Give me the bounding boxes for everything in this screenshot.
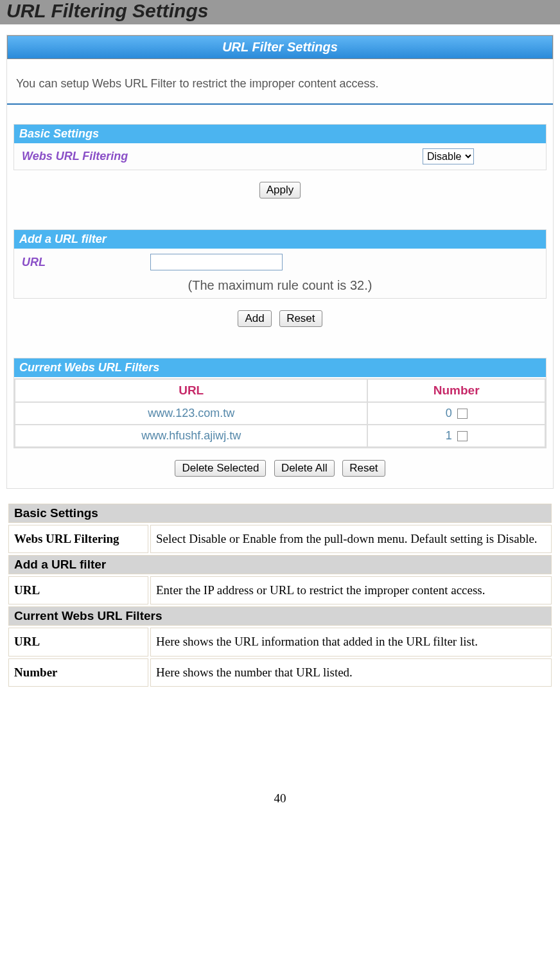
- desc-r2-key: URL: [8, 576, 148, 604]
- reset-filters-button[interactable]: Reset: [342, 460, 385, 477]
- screenshot-panel: URL Filter Settings You can setup Webs U…: [6, 35, 554, 489]
- filter-number-cell: 1: [368, 425, 545, 446]
- basic-settings-section: Basic Settings Webs URL Filtering Disabl…: [13, 124, 547, 170]
- current-filters-section: Current Webs URL Filters URL Number www.…: [13, 358, 547, 448]
- url-input[interactable]: [150, 254, 283, 270]
- reset-button[interactable]: Reset: [279, 310, 322, 327]
- filter-url-cell: www.123.com.tw: [15, 403, 367, 424]
- add-button[interactable]: Add: [238, 310, 271, 327]
- desc-r4-key: Number: [8, 658, 148, 687]
- current-filters-header: Current Webs URL Filters: [14, 358, 546, 377]
- page-title: URL Filtering Settings: [6, 0, 208, 21]
- row-checkbox[interactable]: [457, 409, 468, 419]
- delete-row: Delete Selected Delete All Reset: [7, 448, 553, 488]
- webs-url-filtering-select[interactable]: Disable: [423, 148, 474, 164]
- url-label: URL: [22, 256, 60, 269]
- add-url-filter-header: Add a URL filter: [14, 230, 546, 249]
- desc-r3-key: URL: [8, 628, 148, 656]
- desc-sec3: Current Webs URL Filters: [8, 606, 552, 626]
- add-reset-row: Add Reset: [7, 299, 553, 339]
- filter-url-cell: www.hfushf.ajiwj.tw: [15, 425, 367, 446]
- desc-r1-key: Webs URL Filtering: [8, 525, 148, 553]
- table-row: www.hfushf.ajiwj.tw 1: [15, 425, 545, 446]
- webs-url-filtering-row: Webs URL Filtering Disable: [14, 143, 546, 170]
- intro-text: You can setup Webs URL Filter to restric…: [7, 59, 553, 105]
- desc-r4-val: Here shows the number that URL listed.: [150, 658, 552, 687]
- filter-number-cell: 0: [368, 403, 545, 424]
- col-number: Number: [368, 380, 545, 401]
- table-row: www.123.com.tw 0: [15, 403, 545, 424]
- filter-table-header-row: URL Number: [15, 380, 545, 401]
- page-title-bar: URL Filtering Settings: [0, 0, 560, 24]
- apply-row: Apply: [7, 170, 553, 210]
- desc-r3-val: Here shows the URL information that adde…: [150, 628, 552, 656]
- desc-sec2: Add a URL filter: [8, 555, 552, 574]
- filter-table: URL Number www.123.com.tw 0 www.hfushf.a…: [14, 378, 546, 448]
- webs-url-filtering-value: Disable: [150, 148, 538, 164]
- desc-r2-val: Enter the IP address or URL to restrict …: [150, 576, 552, 604]
- page-number: 40: [0, 791, 560, 818]
- delete-selected-button[interactable]: Delete Selected: [175, 460, 266, 477]
- add-url-filter-section: Add a URL filter URL (The maximum rule c…: [13, 229, 547, 299]
- desc-r1-val: Select Disable or Enable from the pull-d…: [150, 525, 552, 553]
- desc-sec1: Basic Settings: [8, 504, 552, 523]
- description-table: Basic Settings Webs URL Filtering Select…: [6, 502, 554, 689]
- row-checkbox[interactable]: [457, 431, 468, 441]
- filter-number: 0: [446, 407, 452, 419]
- filter-number: 1: [446, 429, 452, 442]
- url-input-row: URL: [14, 249, 546, 276]
- max-rule-hint: (The maximum rule count is 32.): [14, 276, 546, 298]
- panel-title: URL Filter Settings: [7, 35, 553, 59]
- apply-button[interactable]: Apply: [259, 182, 301, 198]
- webs-url-filtering-label: Webs URL Filtering: [22, 150, 150, 163]
- col-url: URL: [15, 380, 367, 401]
- delete-all-button[interactable]: Delete All: [274, 460, 335, 477]
- basic-settings-header: Basic Settings: [14, 125, 546, 143]
